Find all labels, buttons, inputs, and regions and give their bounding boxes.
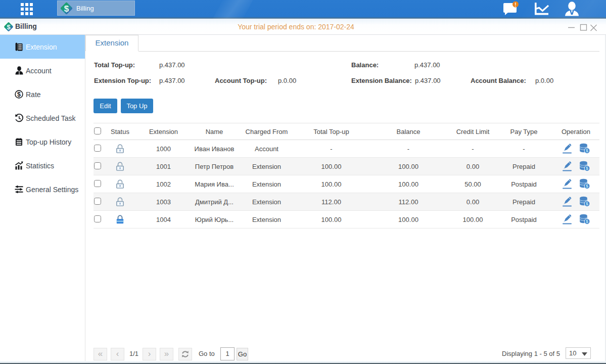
svg-text:$: $ (586, 166, 588, 171)
svg-text:$: $ (17, 91, 21, 98)
svg-text:$: $ (586, 219, 588, 224)
svg-text:!: ! (515, 2, 516, 8)
svg-text:$: $ (586, 201, 588, 206)
svg-text:$: $ (586, 148, 588, 153)
svg-text:$: $ (586, 184, 588, 189)
svg-text:$: $ (64, 4, 69, 13)
